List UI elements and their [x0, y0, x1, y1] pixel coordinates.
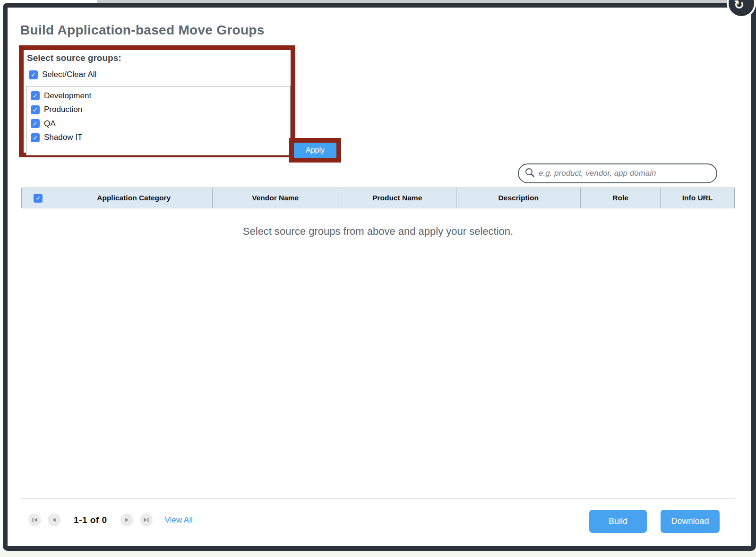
group-label: Shadow IT — [44, 133, 82, 142]
search-input[interactable] — [539, 169, 711, 178]
header-checkbox-cell — [22, 188, 55, 208]
col-vendor-name: Vendor Name — [213, 188, 338, 208]
group-row-shadow-it[interactable]: Shadow IT — [31, 131, 290, 145]
select-clear-all-label: Select/Clear All — [42, 70, 96, 79]
first-page-icon — [32, 517, 38, 523]
group-checkbox[interactable] — [31, 105, 40, 114]
group-checkbox[interactable] — [31, 119, 40, 128]
empty-table-message: Select source groups from above and appl… — [21, 225, 735, 238]
col-product-name: Product Name — [338, 188, 456, 208]
pagination: 1-1 of 0 View All — [28, 514, 193, 526]
select-clear-all-row[interactable]: Select/Clear All — [29, 70, 96, 79]
last-page-icon — [143, 517, 149, 523]
search-icon — [524, 167, 535, 180]
source-groups-panel: Select source groups: Select/Clear All D… — [19, 45, 295, 157]
page-range-label: 1-1 of 0 — [74, 515, 107, 525]
group-label: Production — [44, 105, 82, 114]
footer-divider — [21, 498, 735, 499]
col-application-category: Application Category — [55, 188, 212, 208]
group-row-qa[interactable]: QA — [31, 117, 290, 131]
build-button[interactable]: Build — [589, 510, 647, 533]
group-label: QA — [44, 119, 56, 129]
first-page-button[interactable] — [28, 514, 41, 526]
table-header-row: Application Category Vendor Name Product… — [22, 188, 735, 208]
source-groups-label: Select source groups: — [27, 53, 121, 63]
select-all-rows-checkbox[interactable] — [34, 194, 43, 203]
col-info-url: Info URL — [661, 188, 735, 208]
group-row-production[interactable]: Production — [31, 103, 290, 117]
apply-button[interactable]: Apply — [294, 143, 336, 158]
apply-highlight-box: Apply — [289, 138, 341, 163]
build-move-groups-screen: Build Application-based Move Groups Sele… — [0, 0, 756, 557]
bottom-edge-strip — [0, 551, 756, 557]
col-description: Description — [456, 188, 581, 208]
group-label: Development — [44, 91, 91, 101]
download-button[interactable]: Download — [661, 510, 720, 533]
redo-arrow-icon: ↻ — [727, 0, 756, 18]
top-edge-strip — [97, 0, 756, 3]
previous-page-icon — [51, 517, 57, 523]
group-checkbox[interactable] — [31, 133, 40, 142]
previous-page-button[interactable] — [48, 514, 60, 526]
page-title: Build Application-based Move Groups — [20, 23, 265, 38]
last-page-button[interactable] — [140, 514, 153, 526]
select-clear-all-checkbox[interactable] — [29, 70, 38, 79]
group-checkbox[interactable] — [31, 91, 40, 100]
applications-table: Application Category Vendor Name Product… — [21, 188, 735, 208]
next-page-button[interactable] — [120, 514, 133, 526]
search-box[interactable] — [518, 163, 717, 183]
view-all-link[interactable]: View All — [165, 515, 193, 525]
group-row-development[interactable]: Development — [31, 89, 290, 103]
next-page-icon — [124, 517, 130, 523]
source-group-list: Development Production QA Shadow IT — [26, 86, 291, 155]
col-role: Role — [581, 188, 661, 208]
